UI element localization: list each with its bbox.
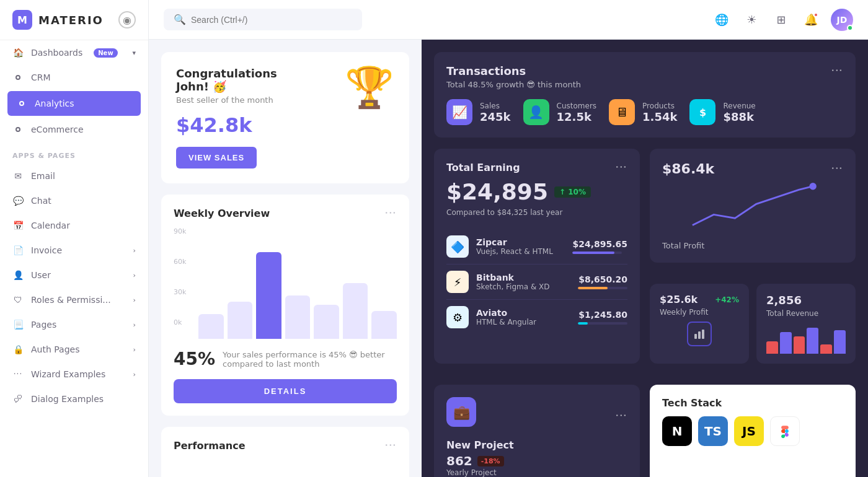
new-project-card: 💼 ⋮ New Project 862 -18% Yearly Project: [434, 385, 640, 477]
earning-comparison: Compared to $84,325 last year: [446, 208, 627, 217]
record-icon[interactable]: ◉: [118, 11, 136, 28]
bottom-grid: 💼 ⋮ New Project 862 -18% Yearly Project: [434, 385, 856, 477]
view-sales-button[interactable]: VIEW SALES: [176, 147, 257, 168]
nextjs-logo[interactable]: N: [662, 416, 692, 446]
stat-revenue: $ Revenue $88k: [689, 99, 755, 125]
search-input[interactable]: [191, 15, 352, 25]
grid-icon[interactable]: ⊞: [771, 10, 791, 30]
earning-list: 🔷 Zipcar Vuejs, React & HTML $24,895.65: [446, 229, 627, 335]
sidebar-item-pages[interactable]: 📃 Pages ›: [0, 312, 148, 337]
total-earning-menu[interactable]: ⋮: [615, 162, 628, 174]
bar-4: [285, 295, 311, 339]
dashboard: Congratulations John! 🥳 Best seller of t…: [149, 40, 868, 477]
transactions-menu[interactable]: ⋮: [831, 65, 844, 77]
weekly-chart: [174, 227, 397, 339]
weekly-overview-menu[interactable]: ⋮: [384, 208, 397, 220]
customers-value: 12.5k: [557, 110, 597, 123]
arrow-icon: ›: [133, 247, 136, 255]
new-project-menu[interactable]: ⋮: [615, 409, 628, 422]
sidebar-header: M MATERIO ◉: [0, 0, 148, 40]
sales-value: 245k: [480, 110, 511, 123]
sidebar-item-analytics[interactable]: Analytics: [7, 91, 141, 116]
revenue-value: $88k: [723, 110, 755, 123]
figma-logo[interactable]: [770, 416, 800, 446]
revenue-label: Revenue: [723, 102, 755, 110]
bar-3: [256, 252, 281, 339]
javascript-logo[interactable]: JS: [734, 416, 764, 446]
sidebar-item-label: Wizard Examples: [31, 369, 105, 379]
header: 🔍 🌐 ☀ ⊞ 🔔 JD: [149, 0, 868, 40]
details-button[interactable]: DETAILS: [174, 379, 397, 403]
invoice-icon: 📄: [12, 245, 24, 256]
performance-menu[interactable]: ⋮: [384, 440, 397, 452]
typescript-logo[interactable]: TS: [698, 416, 728, 446]
avatar-wrapper: JD: [831, 9, 853, 31]
aviato-icon: ⚙️: [446, 306, 469, 328]
search-box[interactable]: 🔍: [164, 9, 362, 30]
sidebar-item-ecommerce[interactable]: eCommerce: [0, 117, 148, 142]
profit-bar-icon: [660, 322, 739, 346]
bitbank-name: Bitbank: [476, 273, 570, 282]
chevron-down-icon: ▾: [132, 49, 136, 57]
sidebar-item-chat[interactable]: 💬 Chat: [0, 188, 148, 213]
performance-header: Performance ⋮: [174, 439, 397, 452]
nav-badge-new: New: [94, 48, 117, 58]
bell-icon[interactable]: 🔔: [801, 10, 821, 30]
sidebar-item-label: Dialog Examples: [31, 394, 104, 404]
mini-cards: $25.6k +42% Weekly Profit: [650, 284, 856, 375]
weekly-overview-header: Weekly Overview ⋮: [174, 207, 397, 220]
stat-customers: 👤 Customers 12.5k: [523, 99, 597, 125]
project-icon: 💼: [446, 397, 476, 427]
sidebar-item-crm[interactable]: CRM: [0, 65, 148, 90]
sidebar-item-invoice[interactable]: 📄 Invoice ›: [0, 238, 148, 263]
sidebar-item-label: Chat: [31, 196, 51, 206]
bitbank-tech: Sketch, Figma & XD: [476, 282, 570, 291]
stat-sales: 📈 Sales 245k: [446, 99, 511, 125]
products-value: 1.54k: [642, 110, 677, 123]
sidebar-item-email[interactable]: ✉ Email: [0, 164, 148, 188]
sidebar-item-label: Email: [31, 171, 55, 181]
sidebar-item-dialog[interactable]: 🗪 Dialog Examples: [0, 387, 148, 411]
svg-rect-1: [694, 334, 697, 339]
sidebar-item-label: Calendar: [31, 221, 70, 230]
sidebar-item-dashboards[interactable]: 🏠 Dashboards New ▾: [0, 40, 148, 65]
sidebar-item-label: eCommerce: [31, 125, 84, 134]
chart-percentage: 45%: [174, 349, 215, 369]
sidebar-item-user[interactable]: 👤 User ›: [0, 263, 148, 287]
new-project-badge: -18%: [477, 456, 504, 466]
zipcar-amount: $24,895.65: [572, 239, 627, 249]
products-label: Products: [642, 102, 677, 110]
chat-icon: 💬: [12, 195, 24, 206]
sun-icon[interactable]: ☀: [742, 10, 761, 30]
aviato-amount: $1,245.80: [578, 310, 627, 320]
sidebar-item-wizard[interactable]: ··· Wizard Examples ›: [0, 362, 148, 387]
avatar-status: [847, 25, 853, 31]
total-profit-card: $86.4k ⋮: [650, 149, 856, 263]
svg-rect-3: [702, 330, 704, 339]
congrats-title: Congratulations John! 🥳: [176, 67, 307, 93]
wizard-icon: ···: [12, 369, 24, 380]
zipcar-name: Zipcar: [476, 237, 565, 247]
bar-2: [228, 302, 253, 339]
notification-dot: [813, 12, 818, 17]
profit-column: $86.4k ⋮: [650, 149, 856, 375]
sidebar-item-calendar[interactable]: 📅 Calendar: [0, 213, 148, 238]
arrow-icon: ›: [133, 321, 136, 329]
performance-title: Performance: [174, 440, 246, 452]
total-profit-menu[interactable]: ⋮: [831, 163, 844, 175]
translate-icon[interactable]: 🌐: [712, 10, 732, 30]
tech-logos-list: N TS JS: [662, 416, 843, 446]
calendar-icon: 📅: [12, 220, 24, 231]
sidebar-item-label: CRM: [31, 72, 51, 82]
aviato-tech: HTML & Angular: [476, 318, 570, 326]
sidebar-item-auth[interactable]: 🔒 Auth Pages ›: [0, 337, 148, 362]
sales-label: Sales: [480, 102, 511, 110]
chart-description: Your sales performance is 45% 😎 better c…: [223, 350, 397, 369]
earning-item-aviato: ⚙️ Aviato HTML & Angular $1,245.80: [446, 300, 627, 335]
dot-icon: [12, 124, 24, 135]
lock-icon: 🔒: [12, 344, 24, 355]
bar-1: [198, 314, 224, 339]
weekly-overview-card: Weekly Overview ⋮ 90k 60k 30k 0k: [161, 195, 409, 416]
total-earning-card: Total Earning ⋮ $24,895 ↑ 10% Compared t…: [434, 149, 640, 364]
sidebar-item-roles[interactable]: 🛡 Roles & Permissi... ›: [0, 287, 148, 312]
